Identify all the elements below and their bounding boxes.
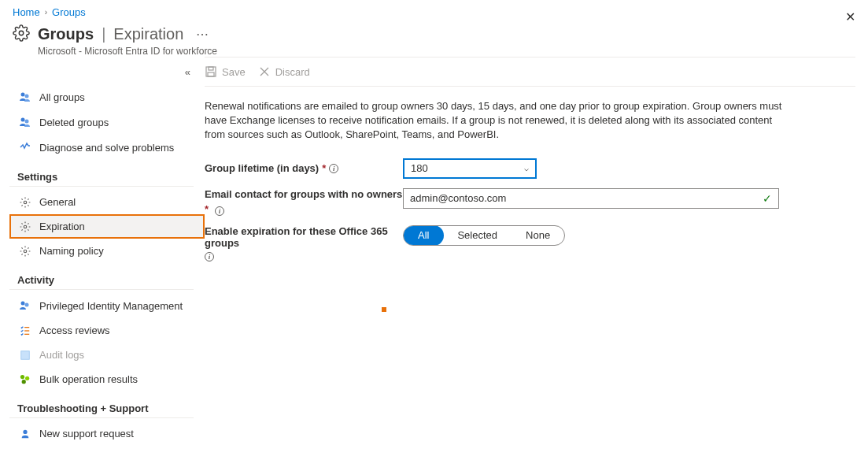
sidebar-item-label: Diagnose and solve problems bbox=[39, 142, 174, 154]
sidebar-item-diagnose[interactable]: Diagnose and solve problems bbox=[9, 135, 205, 160]
discard-icon bbox=[258, 65, 271, 78]
enable-label: Enable expiration for these Office 365 g… bbox=[205, 225, 403, 261]
svg-rect-13 bbox=[21, 350, 30, 359]
toggle-none[interactable]: None bbox=[512, 226, 564, 245]
required-star: * bbox=[205, 203, 209, 215]
sidebar-item-pim[interactable]: Privileged Identity Management bbox=[9, 293, 205, 318]
svg-rect-20 bbox=[208, 72, 214, 76]
required-star: * bbox=[322, 162, 326, 174]
sidebar-item-all-groups[interactable]: All groups bbox=[9, 84, 205, 109]
svg-point-9 bbox=[25, 303, 29, 307]
sidebar-item-expiration[interactable]: Expiration bbox=[9, 214, 205, 239]
info-icon[interactable]: i bbox=[215, 206, 224, 216]
svg-point-0 bbox=[19, 31, 24, 35]
breadcrumb-home[interactable]: Home bbox=[13, 6, 40, 18]
section-troubleshooting: Troubleshooting + Support bbox=[9, 391, 194, 418]
sidebar-item-support[interactable]: New support request bbox=[9, 421, 205, 446]
email-input[interactable]: admin@contoso.com ✓ bbox=[403, 188, 779, 209]
sidebar-item-audit-logs[interactable]: Audit logs bbox=[9, 343, 205, 367]
svg-point-7 bbox=[24, 250, 27, 253]
svg-point-6 bbox=[24, 225, 27, 228]
sidebar-item-label: Privileged Identity Management bbox=[39, 300, 183, 312]
decorative-marker bbox=[382, 307, 386, 312]
page-subtitle: Expiration bbox=[113, 25, 183, 43]
groups-icon bbox=[19, 116, 31, 128]
info-icon[interactable]: i bbox=[205, 252, 214, 261]
email-label: Email contact for groups with no owners … bbox=[205, 188, 403, 216]
bulk-icon bbox=[19, 374, 31, 385]
close-icon[interactable]: ✕ bbox=[842, 6, 859, 28]
collapse-sidebar-icon[interactable]: « bbox=[9, 63, 205, 84]
chevron-right-icon: › bbox=[45, 8, 47, 17]
svg-point-15 bbox=[25, 376, 29, 380]
check-icon: ✓ bbox=[763, 192, 772, 205]
sidebar-item-general[interactable]: General bbox=[9, 190, 205, 214]
sidebar-item-label: Expiration bbox=[39, 221, 85, 232]
sidebar-item-label: New support request bbox=[39, 428, 134, 439]
lifetime-value: 180 bbox=[411, 162, 428, 174]
checklist-icon bbox=[19, 325, 31, 336]
gear-icon bbox=[19, 221, 31, 232]
breadcrumb-groups[interactable]: Groups bbox=[52, 6, 86, 18]
svg-point-14 bbox=[20, 374, 24, 378]
main-content: Save Discard Renewal notifications are e… bbox=[205, 57, 868, 446]
svg-point-2 bbox=[25, 95, 29, 98]
section-activity: Activity bbox=[9, 263, 194, 290]
support-icon bbox=[19, 428, 31, 439]
sidebar-item-deleted-groups[interactable]: Deleted groups bbox=[9, 109, 205, 135]
toolbar: Save Discard bbox=[205, 57, 855, 87]
sidebar-item-label: Deleted groups bbox=[39, 117, 109, 128]
discard-button[interactable]: Discard bbox=[258, 65, 310, 78]
breadcrumb: Home › Groups bbox=[0, 0, 868, 21]
svg-rect-19 bbox=[209, 67, 213, 70]
gear-icon bbox=[13, 24, 30, 44]
gear-icon bbox=[19, 246, 31, 257]
lifetime-select[interactable]: 180 ⌵ bbox=[403, 158, 537, 179]
svg-point-8 bbox=[21, 302, 25, 306]
email-value: admin@contoso.com bbox=[410, 192, 506, 204]
title-separator: | bbox=[102, 25, 105, 43]
enable-toggle: All Selected None bbox=[403, 225, 565, 246]
discard-label: Discard bbox=[275, 66, 310, 78]
gear-icon bbox=[19, 197, 31, 208]
logs-icon bbox=[19, 350, 31, 361]
toggle-all[interactable]: All bbox=[403, 225, 444, 246]
sidebar-item-access-reviews[interactable]: Access reviews bbox=[9, 318, 205, 343]
save-icon bbox=[205, 65, 217, 78]
save-button[interactable]: Save bbox=[205, 65, 246, 78]
sidebar-item-label: Access reviews bbox=[39, 325, 110, 336]
svg-point-1 bbox=[21, 93, 25, 97]
sidebar-item-label: General bbox=[39, 196, 76, 208]
groups-icon bbox=[19, 91, 31, 103]
sidebar-item-naming-policy[interactable]: Naming policy bbox=[9, 239, 205, 263]
diagnose-icon bbox=[19, 141, 31, 154]
svg-point-5 bbox=[24, 201, 27, 204]
svg-point-17 bbox=[23, 429, 27, 433]
info-icon[interactable]: i bbox=[329, 164, 338, 173]
save-label: Save bbox=[222, 66, 246, 78]
more-icon[interactable]: ⋯ bbox=[191, 27, 214, 42]
toggle-selected[interactable]: Selected bbox=[443, 226, 512, 245]
sidebar-item-label: Naming policy bbox=[39, 245, 104, 257]
svg-point-3 bbox=[21, 118, 25, 122]
description-text: Renewal notifications are emailed to gro… bbox=[205, 87, 787, 154]
page-title: Groups bbox=[38, 25, 94, 43]
sidebar-item-label: Audit logs bbox=[39, 349, 84, 361]
svg-point-4 bbox=[25, 120, 29, 124]
svg-point-16 bbox=[22, 380, 26, 384]
page-header: Groups | Expiration ⋯ bbox=[0, 21, 868, 46]
sidebar-item-label: Bulk operation results bbox=[39, 373, 138, 385]
section-settings: Settings bbox=[9, 160, 194, 187]
chevron-down-icon: ⌵ bbox=[524, 164, 529, 172]
lifetime-label: Group lifetime (in days) * i bbox=[205, 162, 403, 174]
provider-label: Microsoft - Microsoft Entra ID for workf… bbox=[0, 46, 868, 57]
sidebar-item-label: All groups bbox=[39, 91, 85, 103]
groups-icon bbox=[19, 299, 31, 312]
sidebar-item-bulk-results[interactable]: Bulk operation results bbox=[9, 367, 205, 391]
sidebar: « All groups Deleted groups Diagnose and… bbox=[0, 57, 205, 446]
